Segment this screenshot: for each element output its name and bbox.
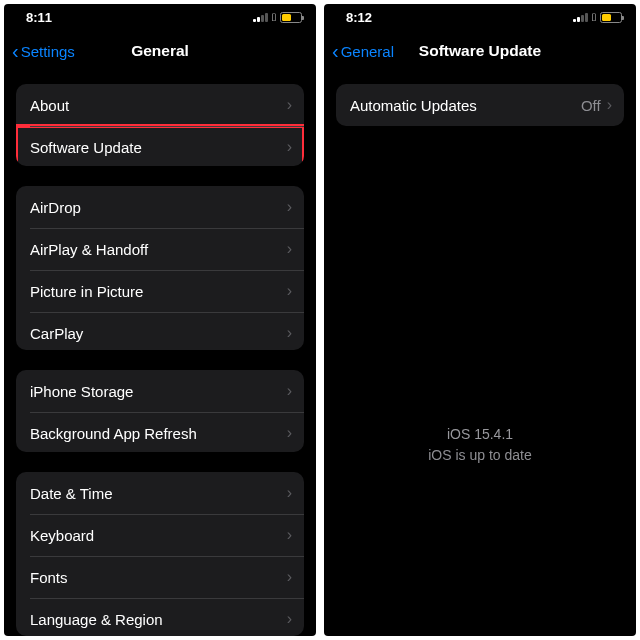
status-time: 8:12 (346, 10, 372, 25)
chevron-right-icon: › (287, 610, 292, 628)
settings-list[interactable]: Automatic Updates Off › iOS 15.4.1 iOS i… (324, 72, 636, 636)
row-about[interactable]: About › (16, 84, 304, 126)
row-label: Language & Region (30, 611, 287, 628)
chevron-right-icon: › (287, 240, 292, 258)
chevron-right-icon: › (287, 324, 292, 342)
row-value: Off (581, 97, 601, 114)
row-date-time[interactable]: Date & Time › (16, 472, 304, 514)
chevron-right-icon: › (607, 96, 612, 114)
row-software-update[interactable]: Software Update › (16, 126, 304, 166)
list-group: AirDrop › AirPlay & Handoff › Picture in… (16, 186, 304, 350)
update-status: iOS 15.4.1 iOS is up to date (336, 424, 624, 466)
list-group: Automatic Updates Off › (336, 84, 624, 126)
status-indicators: 􀙇 (253, 11, 302, 23)
chevron-right-icon: › (287, 282, 292, 300)
row-label: Picture in Picture (30, 283, 287, 300)
nav-bar: ‹ General Software Update (324, 30, 636, 72)
settings-list[interactable]: About › Software Update › AirDrop › AirP… (4, 72, 316, 636)
chevron-right-icon: › (287, 382, 292, 400)
row-airplay-handoff[interactable]: AirPlay & Handoff › (16, 228, 304, 270)
page-title: Software Update (419, 42, 541, 60)
update-status-text: iOS is up to date (336, 445, 624, 466)
row-label: Automatic Updates (350, 97, 581, 114)
battery-icon (600, 12, 622, 23)
row-label: AirPlay & Handoff (30, 241, 287, 258)
chevron-left-icon: ‹ (332, 41, 339, 61)
page-title: General (131, 42, 189, 60)
status-bar: 8:12 􀙇 (324, 4, 636, 30)
row-carplay[interactable]: CarPlay › (16, 312, 304, 350)
chevron-right-icon: › (287, 526, 292, 544)
back-label: General (341, 43, 394, 60)
wifi-icon: 􀙇 (272, 11, 276, 23)
row-label: Date & Time (30, 485, 287, 502)
back-button[interactable]: ‹ General (332, 30, 394, 72)
row-label: About (30, 97, 287, 114)
battery-icon (280, 12, 302, 23)
row-label: Keyboard (30, 527, 287, 544)
status-time: 8:11 (26, 10, 52, 25)
row-language-region[interactable]: Language & Region › (16, 598, 304, 636)
chevron-left-icon: ‹ (12, 41, 19, 61)
row-label: Fonts (30, 569, 287, 586)
cellular-icon (573, 12, 588, 22)
row-fonts[interactable]: Fonts › (16, 556, 304, 598)
phone-right: 8:12 􀙇 ‹ General Software Update Automat… (324, 4, 636, 636)
row-label: CarPlay (30, 325, 287, 342)
row-automatic-updates[interactable]: Automatic Updates Off › (336, 84, 624, 126)
phone-left: 8:11 􀙇 ‹ Settings General About › Softwa… (4, 4, 316, 636)
list-group: About › Software Update › (16, 84, 304, 166)
chevron-right-icon: › (287, 198, 292, 216)
chevron-right-icon: › (287, 138, 292, 156)
chevron-right-icon: › (287, 424, 292, 442)
chevron-right-icon: › (287, 96, 292, 114)
status-indicators: 􀙇 (573, 11, 622, 23)
cellular-icon (253, 12, 268, 22)
row-label: AirDrop (30, 199, 287, 216)
row-keyboard[interactable]: Keyboard › (16, 514, 304, 556)
row-label: Software Update (30, 139, 287, 156)
row-label: Background App Refresh (30, 425, 287, 442)
list-group: Date & Time › Keyboard › Fonts › Languag… (16, 472, 304, 636)
wifi-icon: 􀙇 (592, 11, 596, 23)
row-background-app-refresh[interactable]: Background App Refresh › (16, 412, 304, 452)
list-group: iPhone Storage › Background App Refresh … (16, 370, 304, 452)
chevron-right-icon: › (287, 484, 292, 502)
row-airdrop[interactable]: AirDrop › (16, 186, 304, 228)
ios-version: iOS 15.4.1 (336, 424, 624, 445)
back-label: Settings (21, 43, 75, 60)
row-label: iPhone Storage (30, 383, 287, 400)
status-bar: 8:11 􀙇 (4, 4, 316, 30)
back-button[interactable]: ‹ Settings (12, 30, 75, 72)
row-iphone-storage[interactable]: iPhone Storage › (16, 370, 304, 412)
nav-bar: ‹ Settings General (4, 30, 316, 72)
chevron-right-icon: › (287, 568, 292, 586)
row-picture-in-picture[interactable]: Picture in Picture › (16, 270, 304, 312)
